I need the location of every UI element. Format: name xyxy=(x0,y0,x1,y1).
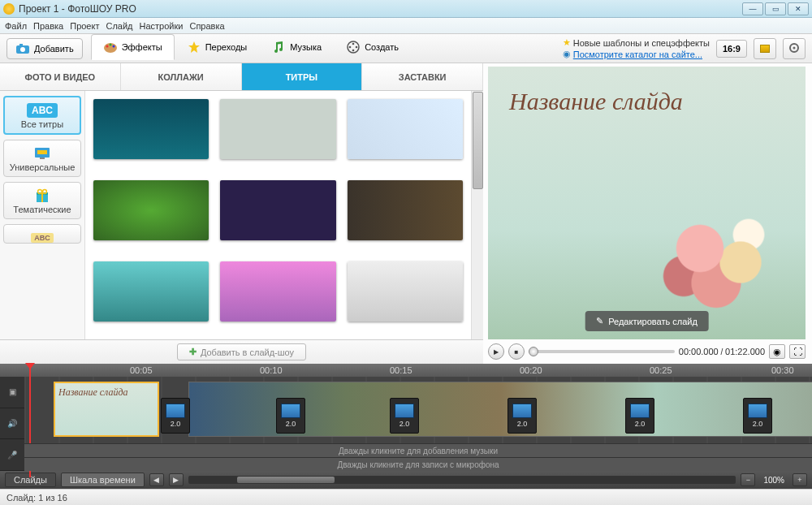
title-thumb[interactable] xyxy=(220,99,335,159)
timeline-h-scrollbar[interactable] xyxy=(188,476,736,484)
preview-slide-title: Название слайда xyxy=(509,88,683,115)
transition-marker[interactable]: 2.0 xyxy=(276,398,305,434)
seek-bar[interactable] xyxy=(529,350,675,353)
scrollbar-thumb[interactable] xyxy=(473,92,483,189)
title-thumb[interactable] xyxy=(93,180,209,240)
title-thumb[interactable] xyxy=(93,99,209,159)
side-categories: ABC Все титры Универсальные Тематические… xyxy=(0,91,85,339)
side-universal[interactable]: Универсальные xyxy=(3,140,81,177)
transition-marker[interactable]: 2.0 xyxy=(161,398,190,434)
transition-marker[interactable]: 2.0 xyxy=(743,398,772,434)
screen-button[interactable] xyxy=(754,38,776,59)
tab-create[interactable]: Создать xyxy=(334,34,411,60)
play-button[interactable]: ▶ xyxy=(488,343,504,360)
settings-button[interactable] xyxy=(783,38,806,59)
audio-track-icon[interactable]: 🔊 xyxy=(0,408,24,440)
cat-splash[interactable]: ЗАСТАВКИ xyxy=(362,63,483,90)
tab-transitions[interactable]: Переходы xyxy=(175,34,260,60)
timeline-ruler[interactable]: 00:05 00:10 00:15 00:20 00:25 00:30 xyxy=(0,364,812,377)
transition-marker[interactable]: 2.0 xyxy=(625,398,654,434)
gear-icon xyxy=(788,41,801,56)
close-button[interactable]: ✕ xyxy=(788,2,809,15)
menu-help[interactable]: Справка xyxy=(189,21,224,31)
transition-marker[interactable]: 2.0 xyxy=(390,398,419,434)
mic-track-icon[interactable]: 🎤 xyxy=(0,439,24,471)
tab-transitions-label: Переходы xyxy=(205,42,248,52)
view-timeline-tab[interactable]: Шкала времени xyxy=(61,473,145,487)
svg-point-9 xyxy=(352,43,355,45)
globe-icon: ◉ xyxy=(563,49,571,59)
edit-slide-button[interactable]: ✎ Редактировать слайд xyxy=(585,311,709,331)
timeline-clip-selected[interactable]: Название слайда xyxy=(54,382,159,437)
plus-icon: ✚ xyxy=(189,347,197,357)
camera-icon xyxy=(15,41,30,56)
menu-slide[interactable]: Слайд xyxy=(106,21,132,31)
stop-button[interactable]: ■ xyxy=(508,343,525,360)
playhead-handle[interactable] xyxy=(25,363,35,374)
svg-point-5 xyxy=(109,44,111,46)
seek-knob[interactable] xyxy=(529,347,538,356)
ruler-mark: 00:05 xyxy=(130,365,153,375)
mic-track-placeholder[interactable]: Дважды кликните для записи с микрофона xyxy=(24,457,812,471)
gallery-scrollbar[interactable] xyxy=(471,91,483,339)
side-universal-label: Универсальные xyxy=(6,162,79,172)
ruler-mark: 00:30 xyxy=(771,365,794,375)
cat-photo-video[interactable]: ФОТО И ВИДЕО xyxy=(0,63,121,90)
scroll-left-button[interactable]: ◀ xyxy=(149,473,164,486)
gallery-row: ABC Все титры Универсальные Тематические… xyxy=(0,91,483,339)
title-thumb[interactable] xyxy=(93,261,209,322)
svg-point-21 xyxy=(38,190,42,194)
transition-chip-icon xyxy=(166,404,185,418)
track-headers: ▣ 🔊 🎤 xyxy=(0,377,24,471)
music-track-placeholder[interactable]: Дважды кликните для добавления музыки xyxy=(24,443,812,457)
snapshot-button[interactable]: ◉ xyxy=(769,344,785,359)
transition-marker[interactable]: 2.0 xyxy=(508,398,537,434)
video-track-icon[interactable]: ▣ xyxy=(0,377,24,408)
zoom-out-button[interactable]: − xyxy=(741,473,755,486)
title-thumb[interactable] xyxy=(348,180,463,240)
promo-templates: ★Новые шаблоны и спецэффекты xyxy=(563,37,710,48)
menu-settings[interactable]: Настройки xyxy=(140,21,184,31)
add-to-slideshow-label: Добавить в слайд-шоу xyxy=(201,347,294,357)
side-all-titles[interactable]: ABC Все титры xyxy=(3,96,81,135)
svg-point-4 xyxy=(106,45,108,48)
timeline: 00:05 00:10 00:15 00:20 00:25 00:30 ▣ 🔊 … xyxy=(0,364,812,489)
promo-catalog-link[interactable]: ◉Посмотрите каталог на сайте... xyxy=(563,49,710,59)
maximize-button[interactable]: ▭ xyxy=(765,2,786,15)
menu-project[interactable]: Проект xyxy=(70,21,99,31)
timeline-tracks: ▣ 🔊 🎤 Название слайда 2.0 2.0 2.0 2.0 2.… xyxy=(0,377,812,471)
title-thumb[interactable] xyxy=(348,261,463,322)
window-title: Проект 1 - ФотоШОУ PRO xyxy=(19,3,741,15)
menu-file[interactable]: Файл xyxy=(5,21,27,31)
menu-edit[interactable]: Правка xyxy=(33,21,63,31)
title-thumb[interactable] xyxy=(220,261,335,322)
side-extra[interactable]: ABC xyxy=(3,224,81,244)
svg-point-22 xyxy=(43,190,47,194)
svg-point-12 xyxy=(349,46,352,49)
side-thematic[interactable]: Тематические xyxy=(3,182,81,219)
minimize-button[interactable]: — xyxy=(742,2,763,15)
h-scrollbar-thumb[interactable] xyxy=(237,477,335,483)
gift-icon xyxy=(6,187,79,205)
tab-music[interactable]: Музыка xyxy=(259,34,334,60)
zoom-in-button[interactable]: + xyxy=(793,473,807,486)
title-thumb[interactable] xyxy=(348,99,463,159)
title-thumb[interactable] xyxy=(220,180,335,240)
preview-area[interactable]: Название слайда ✎ Редактировать слайд xyxy=(488,67,806,339)
abc-small-icon: ABC xyxy=(6,229,79,244)
main-toolbar: Добавить Эффекты Переходы Музыка Создать… xyxy=(0,34,812,63)
tab-effects[interactable]: Эффекты xyxy=(91,34,175,60)
ruler-mark: 00:10 xyxy=(260,365,283,375)
cat-titles[interactable]: ТИТРЫ xyxy=(242,63,363,90)
add-to-slideshow-button[interactable]: ✚ Добавить в слайд-шоу xyxy=(177,343,306,360)
playback-controls: ▶ ■ 00:00.000 / 01:22.000 ◉ ⛶ xyxy=(488,343,806,360)
add-button[interactable]: Добавить xyxy=(6,38,83,59)
aspect-ratio-button[interactable]: 16:9 xyxy=(716,40,747,58)
fullscreen-button[interactable]: ⛶ xyxy=(789,344,806,359)
cat-collages[interactable]: КОЛЛАЖИ xyxy=(121,63,242,90)
fullscreen-icon: ⛶ xyxy=(793,347,802,356)
clip-title-text: Название слайда xyxy=(55,383,158,402)
track-area[interactable]: Название слайда 2.0 2.0 2.0 2.0 2.0 2.0 … xyxy=(24,377,812,471)
toolbar-right: ★Новые шаблоны и спецэффекты ◉Посмотрите… xyxy=(563,37,806,59)
scroll-right-button[interactable]: ▶ xyxy=(169,473,184,486)
